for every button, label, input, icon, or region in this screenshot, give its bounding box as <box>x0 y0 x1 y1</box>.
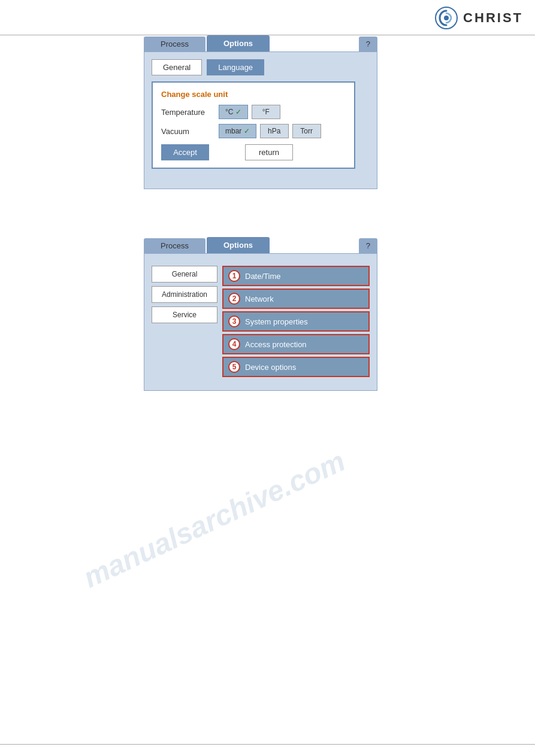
service-btn[interactable]: Service <box>152 306 217 323</box>
option-label-device-options: Device options <box>245 363 296 372</box>
panel-spacer <box>0 213 535 237</box>
option-datetime[interactable]: 1 Date/Time <box>222 266 370 286</box>
return-button[interactable]: return <box>245 144 293 160</box>
administration-btn[interactable]: Administration <box>152 286 217 303</box>
tab-help-1[interactable]: ? <box>359 37 377 51</box>
temperature-row: Temperature °C ✓ °F <box>161 105 346 119</box>
tab-options-2[interactable]: Options <box>207 237 270 253</box>
left-buttons: General Administration Service <box>152 266 217 377</box>
bottom-bar <box>0 744 535 756</box>
option-device-options[interactable]: 5 Device options <box>222 357 370 377</box>
logo-area: CHRIST <box>434 6 523 30</box>
svg-point-1 <box>444 16 449 20</box>
hpa-btn[interactable]: hPa <box>260 124 289 138</box>
option-number-5: 5 <box>228 361 240 373</box>
option-access-protection[interactable]: 4 Access protection <box>222 334 370 354</box>
scale-dialog: Change scale unit Temperature °C ✓ °F Va… <box>152 81 355 169</box>
option-number-2: 2 <box>228 293 240 305</box>
tab-process-1[interactable]: Process <box>144 37 205 51</box>
fahrenheit-btn[interactable]: °F <box>252 105 280 119</box>
right-options: 1 Date/Time 2 Network 3 System propertie… <box>222 266 370 377</box>
general-btn-1[interactable]: General <box>152 59 202 75</box>
panel2-main: General Administration Service 1 Date/Ti… <box>144 253 377 391</box>
mbar-btn[interactable]: mbar ✓ <box>219 124 256 138</box>
language-btn[interactable]: Language <box>207 59 264 75</box>
option-system-properties[interactable]: 3 System properties <box>222 311 370 332</box>
logo-text: CHRIST <box>463 10 523 26</box>
panel2-tab-bar: Process Options ? <box>144 237 377 253</box>
accept-button[interactable]: Accept <box>161 144 209 160</box>
dialog-buttons: Accept return <box>161 144 346 160</box>
option-label-access-protection: Access protection <box>245 340 307 349</box>
torr-btn[interactable]: Torr <box>292 124 321 138</box>
options-content: General Administration Service 1 Date/Ti… <box>152 261 370 382</box>
christ-logo-icon <box>434 6 458 30</box>
panel1-tab-bar: Process Options ? <box>144 35 377 51</box>
watermark: manualsarchive.com <box>78 444 350 594</box>
tab-process-2[interactable]: Process <box>144 238 205 253</box>
option-number-4: 4 <box>228 338 240 350</box>
scale-dialog-title: Change scale unit <box>161 90 346 99</box>
option-label-system-properties: System properties <box>245 317 308 326</box>
panel1-main: General Language Change scale unit Tempe… <box>144 51 377 189</box>
panel1-container: Process Options ? General Language Chang… <box>144 35 377 189</box>
celsius-btn[interactable]: °C ✓ <box>219 105 248 119</box>
option-network[interactable]: 2 Network <box>222 289 370 309</box>
general-btn-2[interactable]: General <box>152 266 217 283</box>
option-number-1: 1 <box>228 270 240 282</box>
panel1-btn-row: General Language <box>152 59 370 75</box>
option-label-datetime: Date/Time <box>245 272 280 281</box>
panel2-container: Process Options ? General Administration… <box>144 237 377 391</box>
option-number-3: 3 <box>228 315 240 327</box>
top-bar: CHRIST <box>0 0 535 35</box>
temperature-label: Temperature <box>161 108 215 117</box>
vacuum-row: Vacuum mbar ✓ hPa Torr <box>161 124 346 138</box>
vacuum-label: Vacuum <box>161 127 215 136</box>
option-label-network: Network <box>245 294 274 303</box>
tab-help-2[interactable]: ? <box>359 238 377 253</box>
tab-options-1[interactable]: Options <box>207 35 270 51</box>
